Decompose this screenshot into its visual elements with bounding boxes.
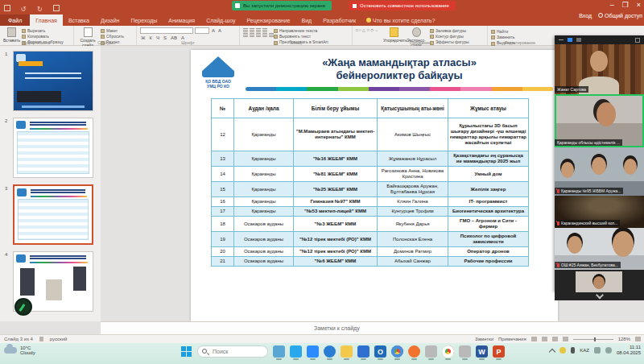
store-icon[interactable] bbox=[357, 345, 369, 358]
collapse-strip-icon[interactable] bbox=[596, 292, 604, 300]
table-cell[interactable]: 18 bbox=[212, 217, 234, 232]
align-left-icon[interactable] bbox=[243, 33, 248, 37]
table-cell[interactable]: Байғашқарова Аружан, Бұлтабаева Нұрсая bbox=[378, 182, 448, 197]
slide-canvas[interactable]: ҚО ББД ОАО УМЦ РО КО «Жаңа мамандықтар а… bbox=[191, 50, 558, 321]
word-icon[interactable]: W bbox=[476, 345, 488, 358]
share-button[interactable]: Общий доступ bbox=[598, 13, 642, 19]
tell-me-box[interactable]: Что вы хотите сделать? bbox=[361, 14, 440, 26]
table-cell[interactable]: 12 bbox=[212, 118, 234, 151]
participant-video-5[interactable]: ОШ #25 Аяжан, Бекбулатова... bbox=[555, 228, 644, 270]
restore-button[interactable]: ❐ bbox=[622, 0, 629, 10]
slide-thumbnail-3-selected[interactable]: 3 bbox=[13, 184, 93, 245]
shrink-font-icon[interactable]: А bbox=[217, 28, 222, 33]
table-cell[interactable]: 19 bbox=[212, 232, 234, 247]
slide-sorter-icon[interactable] bbox=[542, 337, 547, 341]
table-cell[interactable]: Қарағанды bbox=[234, 167, 294, 182]
table-cell[interactable]: Желілік заңгер bbox=[448, 182, 529, 197]
table-cell[interactable]: Рагозинова Анна, Новикова Кристина bbox=[378, 167, 448, 182]
col-header-work[interactable]: Жұмыс атауы bbox=[448, 99, 529, 118]
app-gray-2-icon[interactable] bbox=[459, 345, 471, 358]
reset-button[interactable]: Сбросить bbox=[101, 34, 124, 39]
numbering-icon[interactable] bbox=[250, 28, 254, 32]
table-cell[interactable]: 20 bbox=[212, 247, 234, 257]
table-cell[interactable]: Жұмажанов Нұрасыл bbox=[378, 151, 448, 167]
save-icon[interactable] bbox=[4, 5, 10, 11]
zoom-slider-handle[interactable] bbox=[594, 337, 596, 341]
table-cell[interactable]: Доминов Ратмир bbox=[378, 247, 448, 257]
justify-icon[interactable] bbox=[262, 33, 267, 37]
clock[interactable]: 11:1108.04.2025 bbox=[617, 345, 641, 356]
table-cell[interactable]: "№3 ЖББМ" КММ bbox=[294, 217, 378, 232]
table-cell[interactable]: Умный дом bbox=[448, 167, 529, 182]
grid-view-icon[interactable] bbox=[576, 38, 581, 42]
telegram-icon[interactable] bbox=[290, 345, 302, 358]
microphone-icon[interactable] bbox=[571, 347, 575, 354]
grow-font-icon[interactable]: А bbox=[211, 28, 216, 33]
table-cell[interactable]: "№16 ЖББМ" КММ bbox=[294, 151, 378, 167]
slide-thumbnail-2[interactable]: 2 bbox=[13, 118, 93, 178]
table-cell[interactable]: Акимов Шыңғыс bbox=[378, 118, 448, 151]
col-header-organization[interactable]: Білім беру ұйымы bbox=[294, 99, 378, 118]
zoom-level[interactable]: 128% bbox=[618, 337, 630, 341]
table-cell[interactable]: Рабочие профессии bbox=[448, 257, 529, 267]
shapes-gallery[interactable]: □○△☆◇⇔ bbox=[356, 27, 383, 32]
table-cell[interactable]: Кунгурцев Трофим bbox=[378, 207, 448, 217]
slideshow-view-icon[interactable] bbox=[563, 337, 568, 341]
photos-icon[interactable] bbox=[273, 345, 285, 358]
table-cell[interactable]: "№12 тірек мектебі (РО)" КММ bbox=[294, 232, 378, 247]
table-cell[interactable]: Абыхай Санжар bbox=[378, 257, 448, 267]
table-cell[interactable]: Психолог по цифровой зависимости bbox=[448, 232, 529, 247]
close-button[interactable]: × bbox=[637, 0, 641, 10]
slideshow-icon[interactable] bbox=[53, 5, 60, 11]
firefox-icon[interactable] bbox=[408, 345, 420, 358]
participant-video-1[interactable]: Жанат Сартова bbox=[555, 44, 644, 94]
tray-expand-icon[interactable] bbox=[549, 348, 555, 354]
col-header-region[interactable]: Аудан /қала bbox=[234, 99, 294, 118]
table-cell[interactable]: 14 bbox=[212, 167, 234, 182]
participant-video-6[interactable] bbox=[555, 270, 644, 300]
participant-video-3[interactable]: Қарағанды №95 ЖББМ Аружа... bbox=[555, 147, 644, 196]
chrome-icon[interactable] bbox=[391, 345, 403, 358]
powerpoint-icon[interactable]: P bbox=[493, 345, 505, 358]
table-cell[interactable]: Оператор дронов bbox=[448, 247, 529, 257]
bullets-icon[interactable] bbox=[243, 28, 248, 32]
sign-in-button[interactable]: Вход bbox=[579, 13, 592, 19]
table-cell[interactable]: Қарағанды bbox=[234, 151, 294, 167]
table-cell[interactable]: "М.Мамыраев атындағы мектеп-интернаты" К… bbox=[294, 118, 378, 151]
zoom-slider[interactable] bbox=[573, 339, 613, 340]
slide-thumbnail-1[interactable]: 1 bbox=[13, 51, 93, 111]
table-cell[interactable]: 21 bbox=[212, 257, 234, 267]
gallery-view-icon[interactable] bbox=[568, 38, 572, 42]
notes-panel[interactable]: Заметки к слайду bbox=[101, 321, 644, 334]
font-size-select[interactable] bbox=[195, 27, 209, 34]
layout-button[interactable]: Макет bbox=[101, 28, 124, 33]
table-cell[interactable]: Осакаров ауданы bbox=[234, 217, 294, 232]
start-button[interactable] bbox=[181, 346, 192, 358]
replace-button[interactable]: Заменить bbox=[491, 35, 549, 39]
slide-title[interactable]: «Жаңа мамандықтар атласы» бейнероликтер … bbox=[247, 56, 551, 82]
fit-to-window-icon[interactable] bbox=[635, 337, 641, 341]
minimize-strip-icon[interactable] bbox=[559, 39, 564, 40]
volume-icon[interactable] bbox=[605, 347, 612, 354]
table-cell[interactable]: Қазақстандағы ең сұранысқа ие мамандықта… bbox=[448, 151, 529, 167]
col-header-number[interactable]: № bbox=[212, 99, 234, 118]
table-cell[interactable]: IT- программист bbox=[448, 197, 529, 207]
table-cell[interactable]: 16 bbox=[212, 197, 234, 207]
participants-table[interactable]: № Аудан /қала Білім беру ұйымы Қатысушын… bbox=[211, 98, 529, 267]
language-indicator[interactable]: русский bbox=[50, 337, 68, 341]
table-cell[interactable]: Осакаров ауданы bbox=[234, 247, 294, 257]
indent-decrease-icon[interactable] bbox=[256, 28, 261, 32]
table-cell[interactable]: ГМО – Агроном и Сити - фермер bbox=[448, 217, 529, 232]
col-header-participant[interactable]: Қатысушының аты-жөні bbox=[378, 99, 448, 118]
ribbon-tab-home[interactable]: Главная bbox=[30, 14, 63, 26]
cut-button[interactable]: Вырезать bbox=[22, 28, 64, 33]
table-cell[interactable]: Кляин Галина bbox=[378, 197, 448, 207]
find-button[interactable]: Найти bbox=[491, 29, 549, 34]
table-cell[interactable]: Қарағанды bbox=[234, 207, 294, 217]
chrome-profile-icon[interactable] bbox=[442, 345, 454, 358]
ribbon-tab-file[interactable]: Файл bbox=[0, 14, 30, 26]
ribbon-tab-view[interactable]: Вид bbox=[296, 14, 318, 26]
ribbon-tab-review[interactable]: Рецензирование bbox=[241, 14, 295, 26]
outlook-icon[interactable]: O bbox=[374, 345, 386, 358]
ribbon-tab-insert[interactable]: Вставка bbox=[63, 14, 95, 26]
